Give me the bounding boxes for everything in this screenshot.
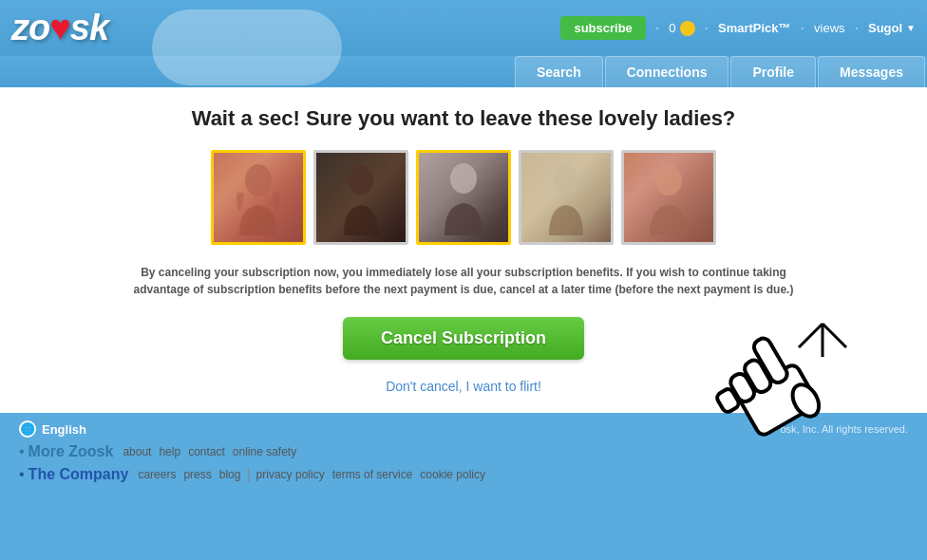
more-zoosk-row: • More Zoosk about help contact online s…	[19, 443, 908, 460]
coin-count-area: 0	[669, 21, 694, 36]
footer-link-about[interactable]: about	[123, 445, 151, 458]
logo[interactable]: zo♥sk	[11, 8, 108, 48]
cancel-info-text: By canceling your subscription now, you …	[122, 264, 805, 298]
footer-top: 🌐 English osk, Inc. All rights reserved.	[19, 420, 908, 438]
profile-photo-5	[621, 150, 716, 245]
footer-link-cookie-policy[interactable]: cookie policy	[420, 468, 485, 481]
the-company-row: • The Company careers press blog | priva…	[19, 466, 908, 483]
bullet-more-zoosk: •	[19, 443, 25, 460]
svg-point-2	[450, 163, 477, 194]
person-silhouette-5	[640, 159, 697, 235]
dot-separator-4: ·	[855, 20, 859, 37]
footer-link-privacy-policy[interactable]: privacy policy	[256, 468, 325, 481]
dropdown-arrow-icon: ▼	[906, 23, 916, 33]
dot-separator-2: ·	[705, 20, 709, 37]
page-headline: Wait a sec! Sure you want to leave these…	[19, 106, 908, 131]
cancel-action-area: Cancel Subscription Don't cancel, I want…	[19, 317, 908, 394]
coin-icon	[680, 21, 695, 36]
views-link[interactable]: views	[814, 21, 845, 35]
subscribe-button[interactable]: subscribe	[560, 16, 645, 40]
photo-image-1	[214, 153, 303, 242]
tab-profile[interactable]: Profile	[730, 56, 816, 87]
logo-text-2: sk	[70, 8, 108, 47]
photo-image-3	[419, 153, 508, 242]
cloud-decoration	[152, 9, 342, 85]
footer-link-blog[interactable]: blog	[219, 468, 241, 481]
dont-cancel-link[interactable]: Don't cancel, I want to flirt!	[19, 379, 908, 394]
svg-point-4	[655, 165, 682, 196]
dot-separator-1: ·	[655, 20, 659, 37]
footer-link-press[interactable]: press	[183, 468, 211, 481]
user-dropdown[interactable]: Sugol ▼	[868, 21, 916, 35]
profile-photo-1	[211, 150, 306, 245]
photo-image-5	[624, 153, 713, 242]
svg-point-3	[554, 165, 578, 196]
tab-connections[interactable]: Connections	[605, 56, 729, 87]
person-silhouette-1	[230, 159, 287, 235]
language-label: English	[42, 422, 86, 437]
header-right: subscribe · 0 · SmartPick™ · views · Sug…	[560, 16, 916, 40]
language-selector[interactable]: 🌐 English	[19, 420, 86, 438]
profile-photo-3	[416, 150, 511, 245]
bullet-company: •	[19, 466, 25, 483]
more-zoosk-label: More Zoosk	[28, 443, 114, 460]
header: zo♥sk subscribe · 0 · SmartPick™ · views…	[0, 0, 927, 56]
the-company-label: The Company	[28, 466, 129, 483]
footer-divider: |	[246, 466, 250, 483]
tab-messages[interactable]: Messages	[818, 56, 925, 87]
logo-area: zo♥sk	[11, 8, 108, 48]
person-silhouette-3	[435, 159, 492, 235]
smartpick-label[interactable]: SmartPick™	[718, 21, 791, 35]
svg-point-0	[245, 164, 272, 196]
dot-separator-3: ·	[801, 20, 804, 37]
tab-search[interactable]: Search	[515, 56, 603, 87]
photo-image-4	[521, 153, 611, 242]
copyright-text: osk, Inc. All rights reserved.	[781, 423, 909, 435]
logo-heart-o: ♥	[49, 8, 70, 47]
username: Sugol	[868, 21, 902, 35]
cancel-subscription-button[interactable]: Cancel Subscription	[343, 317, 584, 360]
footer-link-online-safety[interactable]: online safety	[233, 445, 296, 458]
photo-image-2	[316, 153, 406, 242]
person-silhouette-2	[332, 159, 389, 235]
footer-link-contact[interactable]: contact	[188, 445, 225, 458]
profile-photo-4	[519, 150, 614, 245]
profile-photos	[19, 150, 908, 245]
main-content: Wait a sec! Sure you want to leave these…	[0, 87, 927, 413]
profile-photo-2	[313, 150, 408, 245]
coin-number: 0	[669, 21, 675, 35]
person-silhouette-4	[538, 159, 595, 235]
footer-link-careers[interactable]: careers	[138, 468, 176, 481]
footer-link-terms[interactable]: terms of service	[332, 468, 413, 481]
globe-icon: 🌐	[19, 420, 36, 438]
svg-point-1	[349, 165, 373, 196]
footer-link-help[interactable]: help	[159, 445, 180, 458]
logo-text: zo	[11, 8, 49, 47]
nav-tabs: Search Connections Profile Messages	[0, 56, 927, 87]
footer: 🌐 English osk, Inc. All rights reserved.…	[0, 413, 927, 491]
